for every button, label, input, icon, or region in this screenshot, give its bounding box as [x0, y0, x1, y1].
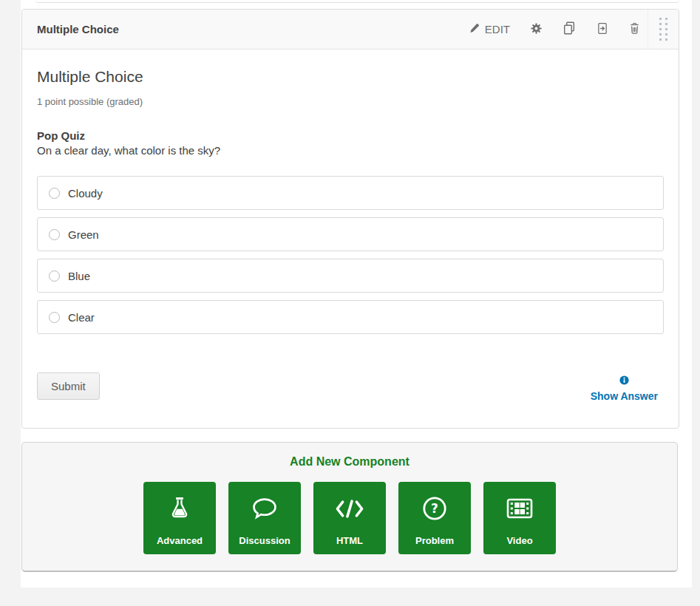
problem-actions: Submit Show Answer [37, 372, 664, 402]
trash-icon [629, 22, 640, 37]
question-circle-icon: ? [421, 482, 448, 535]
choice-label: Green [68, 228, 99, 241]
submit-button[interactable]: Submit [37, 372, 100, 400]
component-type-buttons: Advanced Discussion [22, 482, 677, 554]
add-video-button[interactable]: Video [483, 482, 556, 554]
choice-option[interactable]: Cloudy [37, 176, 664, 210]
choice-option[interactable]: Clear [37, 300, 664, 334]
show-answer-link[interactable]: Show Answer [591, 375, 658, 402]
add-button-label: HTML [336, 535, 363, 546]
radio-button[interactable] [49, 312, 60, 323]
add-button-label: Discussion [239, 535, 290, 546]
component-title: Multiple Choice [22, 23, 469, 35]
gear-icon [531, 23, 542, 36]
duplicate-icon [563, 21, 576, 37]
component-actions: EDIT [469, 21, 640, 37]
add-advanced-button[interactable]: Advanced [143, 482, 216, 554]
info-icon [619, 375, 629, 387]
content-column: Multiple Choice EDIT [21, 0, 692, 588]
radio-button[interactable] [49, 270, 60, 282]
radio-button[interactable] [49, 229, 60, 240]
question-title: Pop Quiz [37, 129, 664, 142]
add-button-label: Problem [415, 535, 454, 546]
add-new-component-panel: Add New Component Advanced [21, 442, 678, 572]
add-discussion-button[interactable]: Discussion [228, 482, 301, 554]
speech-bubble-icon [251, 482, 279, 535]
problem-title: Multiple Choice [37, 67, 664, 86]
edit-button[interactable]: EDIT [469, 23, 510, 35]
previous-component-edge [35, 0, 679, 3]
drag-handle[interactable] [648, 10, 679, 49]
multiple-choice-component-card: Multiple Choice EDIT [21, 9, 679, 429]
add-problem-button[interactable]: ? Problem [398, 482, 471, 554]
component-header: Multiple Choice EDIT [22, 10, 679, 50]
choice-label: Blue [68, 270, 90, 282]
choice-option[interactable]: Blue [37, 259, 664, 293]
choice-option[interactable]: Green [37, 217, 664, 251]
unit-editor-page: Multiple Choice EDIT [0, 0, 700, 606]
add-new-component-title: Add New Component [22, 455, 677, 469]
edit-button-label: EDIT [485, 23, 510, 35]
question-text: On a clear day, what color is the sky? [37, 144, 664, 157]
pencil-icon [469, 23, 480, 35]
add-html-button[interactable]: HTML [313, 482, 386, 554]
code-icon [334, 482, 365, 535]
delete-button[interactable] [629, 22, 640, 37]
svg-text:?: ? [431, 501, 438, 516]
add-button-label: Video [506, 535, 532, 546]
radio-button[interactable] [49, 188, 60, 199]
choice-label: Clear [68, 311, 95, 324]
flask-icon [168, 482, 191, 535]
duplicate-button[interactable] [563, 21, 576, 37]
drag-dots-icon [659, 18, 667, 41]
film-icon [506, 482, 534, 535]
choice-label: Cloudy [68, 187, 103, 200]
problem-body: Multiple Choice 1 point possible (graded… [22, 50, 679, 428]
settings-button[interactable] [531, 23, 542, 36]
show-answer-label: Show Answer [591, 390, 658, 402]
add-button-label: Advanced [157, 535, 203, 546]
points-possible: 1 point possible (graded) [37, 96, 664, 107]
choice-group: Cloudy Green Blue Clear [37, 176, 664, 334]
move-button[interactable] [597, 22, 608, 37]
move-icon [597, 22, 608, 37]
